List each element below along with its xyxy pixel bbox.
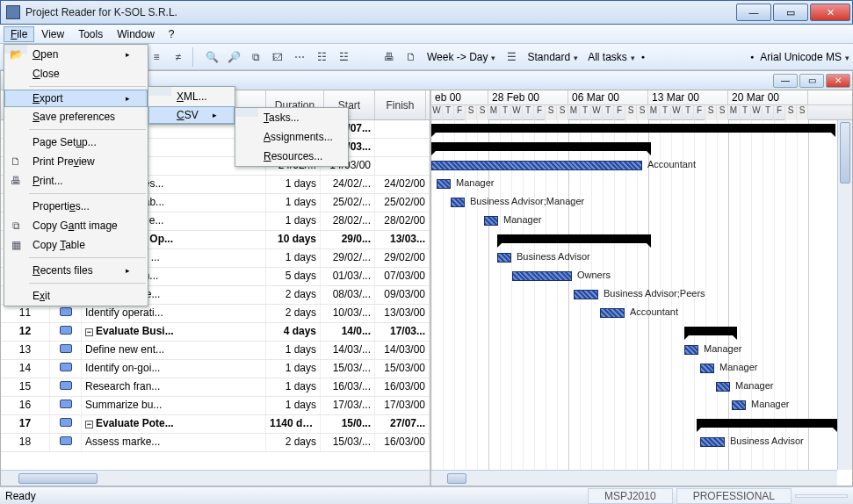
status-bar: Ready MSPJ2010 PROFESSIONAL [0,486,853,504]
menu-view[interactable]: View [34,26,71,42]
chart3-icon[interactable]: ☳ [334,47,353,67]
menu-csv-assignments[interactable]: Assignments... [235,127,348,147]
table-row[interactable]: 11Identify operati...2 days10/03/...13/0… [1,305,430,323]
table-row[interactable]: 17−Evaluate Pote...1140 days15/0...27/07… [1,415,430,434]
menu-csv-tasks[interactable]: Tasks... [235,108,348,127]
maximize-button[interactable]: ▭ [773,4,808,21]
chart-icon[interactable]: ≡ [147,47,166,67]
menu-export[interactable]: Export▸ [4,90,148,107]
table-icon: ▦ [9,239,23,251]
menu-help[interactable]: ? [162,26,182,42]
timeline-icon[interactable]: ⋯ [290,47,309,67]
menu-page-setup[interactable]: Page Setup... [4,133,148,152]
font-dropdown[interactable]: Arial Unicode MS [756,47,853,67]
print-icon[interactable]: 🖶 [380,47,399,67]
preview-icon: 🗋 [9,155,23,168]
menu-copy-table[interactable]: ▦Copy Table [4,235,148,255]
csv-submenu: Tasks... Assignments... Resources... [235,107,349,167]
child-minimize-button[interactable]: — [773,74,798,88]
menu-recents[interactable]: Recents files▸ [4,261,148,280]
copy-icon[interactable]: ⧉ [246,47,265,67]
menu-tools[interactable]: Tools [71,26,110,42]
status-ready: Ready [5,490,36,502]
col-finish[interactable]: Finish [375,90,426,119]
menu-save-preferences[interactable]: Save preferences [4,107,148,126]
gantt-chart: eb 0028 Feb 0006 Mar 0013 Mar 0020 Mar 0… [431,90,852,486]
app-icon [6,5,20,19]
menu-export-xml[interactable]: XML... [148,87,235,106]
menu-export-csv[interactable]: CSV▸ [148,106,235,124]
export-submenu: XML... CSV▸ [148,86,235,125]
table-row[interactable]: 13Define new ent...1 days14/03/...14/03/… [1,342,430,360]
timeline-header: eb 0028 Feb 0006 Mar 0013 Mar 0020 Mar 0… [431,90,852,120]
copy-icon: ⧉ [9,220,23,232]
menu-copy-gantt[interactable]: ⧉Copy Gantt image [4,216,148,235]
timescale-dropdown[interactable]: Week -> Day [423,47,499,67]
child-close-button[interactable]: ✕ [826,74,850,88]
menu-window[interactable]: Window [110,26,162,42]
status-edition: PROFESSIONAL [676,488,792,504]
link-icon[interactable]: ≠ [169,47,188,67]
minimize-button[interactable]: — [736,4,771,21]
window-title: Project Reader for K-SOL S.R.L. [25,6,177,18]
menu-close[interactable]: Close [4,64,148,83]
table-row[interactable]: 18Assess marke...2 days15/03/...16/03/00 [1,434,430,452]
menu-open[interactable]: 📂Open▸ [4,45,148,64]
table-row[interactable]: 14Identify on-goi...1 days15/03/...15/03… [1,360,430,378]
preview-icon[interactable]: 🗋 [401,47,421,67]
gantt-hscroll[interactable] [431,470,837,486]
menu-bar: File View Tools Window ? [0,25,853,44]
filter-dropdown[interactable]: All tasks [584,47,639,67]
gantt-vscroll[interactable] [837,120,852,470]
grid-hscroll[interactable] [1,470,430,486]
gantt-icon[interactable]: 🗠 [268,47,287,67]
chart2-icon[interactable]: ☷ [312,47,331,67]
menu-exit[interactable]: Exit [4,286,148,306]
status-format: MSPJ2010 [588,488,673,504]
open-icon: 📂 [9,48,23,61]
child-maximize-button[interactable]: ▭ [799,74,824,88]
menu-file[interactable]: File [4,26,34,42]
view-icon[interactable]: ☰ [502,47,521,67]
view-dropdown[interactable]: Standard [524,47,582,67]
menu-print-preview[interactable]: 🗋Print Preview [4,152,148,171]
table-row[interactable]: 16Summarize bu...1 days17/03/...17/03/00 [1,397,430,415]
file-menu: 📂Open▸ Close Export▸ Save preferences Pa… [4,44,148,306]
table-row[interactable]: 12−Evaluate Busi...4 days14/0...17/03... [1,323,430,342]
print-icon: 🖶 [9,175,23,187]
zoom-in-icon[interactable]: 🔍 [202,47,221,67]
menu-properties[interactable]: Properties... [4,197,148,216]
table-row[interactable]: 15Research fran...1 days16/03/...16/03/0… [1,378,430,397]
status-empty [795,494,848,498]
menu-print[interactable]: 🖶Print... [4,171,148,191]
menu-csv-resources[interactable]: Resources... [235,147,348,166]
zoom-out-icon[interactable]: 🔎 [224,47,243,67]
close-button[interactable]: ✕ [810,4,850,21]
window-titlebar: Project Reader for K-SOL S.R.L. — ▭ ✕ [0,0,853,25]
